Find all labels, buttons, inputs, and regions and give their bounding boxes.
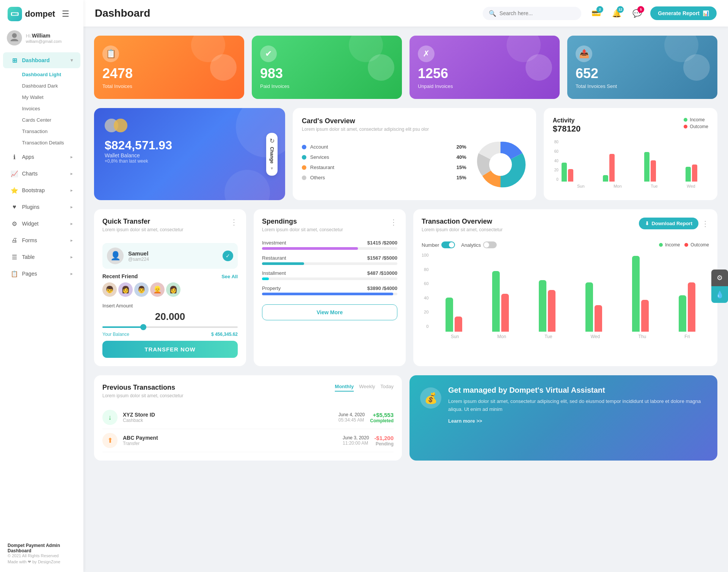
bootstrap-label: Bootstrap: [22, 187, 45, 193]
big-bar-sun: [431, 298, 476, 332]
chat-badge: 5: [637, 6, 644, 13]
logo-area: dompet ☰: [0, 0, 83, 27]
trans-more-icon[interactable]: ⋮: [701, 219, 709, 228]
widget-label: Widget: [22, 221, 39, 227]
see-all-link[interactable]: See All: [221, 274, 238, 279]
widget-arrow-icon: ▸: [71, 221, 73, 226]
spendings-subtitle: Lorem ipsum dolor sit amet, consectetur: [262, 227, 343, 232]
invoice-icon: 📋: [102, 45, 119, 62]
trans-info-2: ABC Payment Transfer: [123, 435, 337, 446]
wallet-amount: $824,571.93: [105, 138, 252, 152]
hamburger-icon[interactable]: ☰: [58, 9, 73, 19]
chevron-down-icon: ▾: [271, 166, 273, 171]
wallet-balance-label: Wallet Balance: [105, 152, 252, 158]
sidebar-item-plugins[interactable]: ♥ Plugins ▸: [3, 199, 80, 215]
tab-monthly[interactable]: Monthly: [335, 384, 354, 392]
cards-overview: Card's Overview Lorem ipsum dolor sit am…: [293, 108, 536, 200]
trans-y-axis: 100 80 60 40 20 0: [422, 253, 430, 329]
transfer-user-info: Samuel @sam224: [128, 250, 149, 262]
quick-transfer-card: Quick Transfer Lorem ipsum dolor sit ame…: [94, 209, 246, 366]
bar-group-sun: [562, 163, 573, 182]
settings-icon-btn[interactable]: ⚙: [711, 270, 728, 286]
transaction-overview-card: Transaction Overview Lorem ipsum dolor s…: [413, 209, 717, 366]
charts-arrow-icon: ▸: [71, 171, 73, 176]
services-label: Services: [310, 154, 453, 160]
sub-item-transaction-details[interactable]: Transaction Details: [18, 137, 80, 148]
plugins-icon: ♥: [11, 203, 18, 211]
tab-weekly[interactable]: Weekly: [359, 384, 375, 392]
wallet-icon-btn[interactable]: 💳 2: [589, 6, 603, 20]
sidebar-item-pages[interactable]: 📋 Pages ▸: [3, 266, 80, 282]
more-dots-icon[interactable]: ⋮: [230, 218, 238, 227]
bootstrap-icon: ⭐: [11, 186, 18, 194]
trans-mon-green: [492, 271, 500, 332]
trans-mon-red: [501, 294, 509, 332]
analytics-toggle[interactable]: [483, 241, 497, 248]
sidebar-item-apps[interactable]: ℹ Apps ▸: [3, 149, 80, 165]
slider-thumb[interactable]: [140, 324, 146, 330]
transfer-now-button[interactable]: TRANSFER NOW: [102, 341, 238, 358]
sidebar-item-charts[interactable]: 📈 Charts ▸: [3, 166, 80, 182]
check-icon: ✓: [223, 251, 233, 261]
settings-icon: ⚙: [717, 274, 723, 282]
bar-sun-red: [568, 169, 573, 182]
sidebar-item-table[interactable]: ☰ Table ▸: [3, 249, 80, 265]
footer-made: Made with ❤ by DesignZone: [8, 559, 76, 564]
topbar: Dashboard 🔍 💳 2 🔔 12 💬 5 Generate Report…: [83, 0, 728, 27]
sidebar-item-dashboard[interactable]: ⊞ Dashboard ▾: [3, 52, 80, 68]
overview-list: Account 20% Services 40% Restaurant 15%: [302, 144, 466, 185]
spendings-more-icon[interactable]: ⋮: [390, 218, 397, 227]
change-button[interactable]: ↻ Change ▾: [266, 133, 278, 176]
tab-today[interactable]: Today: [380, 384, 394, 392]
chat-icon-btn[interactable]: 💬 5: [630, 6, 644, 20]
download-report-button[interactable]: ⬇ Download Report: [639, 218, 698, 229]
account-pct: 20%: [457, 144, 466, 150]
income-dot: [684, 118, 687, 122]
restaurant-label2: Restaurant: [262, 255, 286, 261]
sub-item-invoices[interactable]: Invoices: [18, 103, 80, 114]
prev-trans-title: Previous Transactions: [102, 384, 183, 392]
view-more-button[interactable]: View More: [262, 304, 397, 320]
others-label: Others: [310, 175, 453, 180]
overview-item-account: Account 20%: [302, 144, 466, 150]
sidebar-item-bootstrap[interactable]: ⭐ Bootstrap ▸: [3, 182, 80, 198]
trans-sun-green: [446, 298, 453, 332]
sub-item-transaction[interactable]: Transaction: [18, 126, 80, 137]
sidebar-item-widget[interactable]: ⚙ Widget ▸: [3, 216, 80, 232]
main-area: Dashboard 🔍 💳 2 🔔 12 💬 5 Generate Report…: [83, 0, 728, 572]
water-icon-btn[interactable]: 💧: [711, 286, 728, 303]
widget-icon: ⚙: [11, 220, 18, 227]
sub-item-dashboard-light[interactable]: Dashboard Light: [18, 69, 80, 80]
balance-row: Your Balance $ 456,345.62: [102, 332, 238, 337]
bar-chart-icon: 📊: [703, 10, 709, 16]
bell-icon-btn[interactable]: 🔔 12: [609, 6, 624, 20]
big-bar-mon: [478, 271, 522, 332]
assistant-content: Get managed by Dompet's Virtual Assistan…: [448, 386, 707, 424]
sub-item-my-wallet[interactable]: My Wallet: [18, 92, 80, 103]
generate-report-button[interactable]: Generate Report 📊: [650, 6, 717, 20]
apps-arrow-icon: ▸: [71, 154, 73, 160]
sub-item-cards-center[interactable]: Cards Center: [18, 114, 80, 125]
friend-avatar-3: 👨: [134, 282, 149, 297]
big-bar-thu: [618, 256, 662, 332]
transfer-user-box: 👤 Samuel @sam224 ✓: [102, 243, 238, 269]
sidebar-item-forms[interactable]: 🖨 Forms ▸: [3, 232, 80, 248]
sidebar-footer: Dompet Payment Admin Dashboard © 2021 Al…: [0, 537, 83, 564]
amount-slider[interactable]: [102, 326, 238, 328]
number-toggle[interactable]: [441, 241, 455, 248]
trans-tabs: Monthly Weekly Today: [335, 384, 394, 392]
bell-badge: 12: [617, 6, 624, 13]
outcome-dot: [684, 125, 687, 129]
bar-mon-red: [609, 154, 615, 182]
sub-item-dashboard-dark[interactable]: Dashboard Dark: [18, 80, 80, 91]
learn-more-link[interactable]: Learn more >>: [448, 418, 707, 424]
income-label: Income: [690, 117, 704, 122]
toggles-row: Number Analytics: [422, 241, 709, 248]
quick-transfer-subtitle: Lorem ipsum dolor sit amet, consectetur: [102, 227, 183, 232]
search-input[interactable]: [499, 10, 568, 16]
user-email: william@gmail.com: [26, 39, 61, 44]
trans-outcome-legend: Outcome: [684, 242, 709, 248]
outcome-label: Outcome: [690, 124, 708, 129]
trans-status-1: Completed: [370, 418, 394, 423]
paid-invoices-label: Paid Invoices: [260, 83, 394, 89]
